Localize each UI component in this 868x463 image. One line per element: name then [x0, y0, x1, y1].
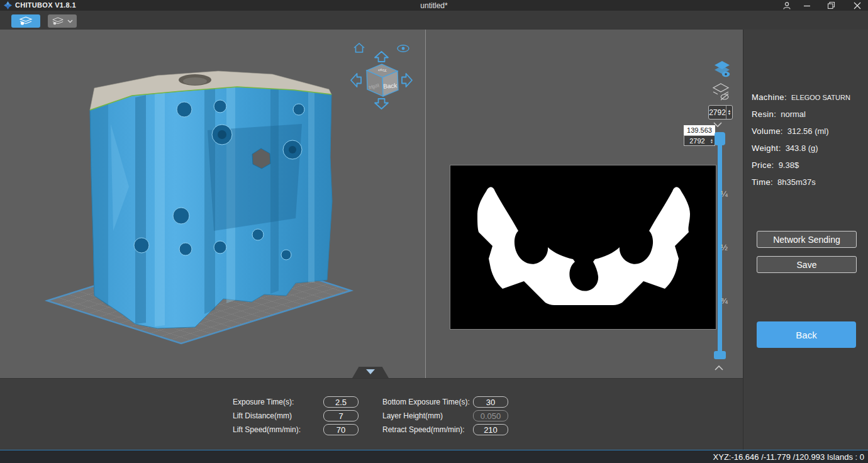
restore-button[interactable] — [823, 1, 839, 10]
slider-three-quarter-mark: ¾ — [721, 296, 735, 306]
lift-distance-label: Lift Distance(mm) — [233, 410, 292, 421]
layers-hidden-icon[interactable] — [711, 82, 730, 101]
home-view-icon[interactable] — [353, 42, 365, 53]
bottom-exposure-time-input[interactable] — [473, 396, 508, 408]
lift-speed-input[interactable] — [323, 424, 359, 435]
slice-preview-viewport[interactable]: 2792 ▲▼ 139.563 2792 ▲▼ ¼ ½ ¾ — [426, 30, 743, 378]
exposure-time-input[interactable] — [323, 396, 359, 408]
layer-height-tooltip: 139.563 — [684, 125, 715, 135]
exposure-time-label: Exposure Time(s): — [233, 396, 294, 408]
machine-value: ELEGOO SATURN — [791, 94, 850, 101]
view-cube-front-label: Back — [383, 82, 398, 90]
slice-view-button[interactable] — [11, 14, 40, 28]
lift-speed-label: Lift Speed(mm/min): — [233, 424, 301, 435]
viewport-3d[interactable]: Top Back Right — [0, 30, 425, 378]
perspective-eye-icon[interactable] — [396, 44, 410, 53]
resin-value: normal — [781, 109, 806, 119]
layer-height-label: Layer Height(mm) — [382, 410, 443, 421]
network-sending-button[interactable]: Network Sending — [757, 231, 857, 248]
view-cube-top-label: Top — [377, 69, 388, 72]
time-label: Time: — [752, 177, 773, 187]
chevron-down-icon — [67, 20, 73, 23]
slice-view-icon — [19, 16, 33, 26]
resin-label: Resin: — [752, 109, 776, 119]
price-value: 9.38$ — [779, 160, 799, 170]
slider-quarter-mark: ¼ — [721, 189, 735, 199]
rotate-left-arrow[interactable] — [350, 72, 362, 89]
user-account-icon[interactable] — [779, 1, 795, 10]
export-slice-button[interactable] — [48, 14, 77, 28]
current-layer-value: 2792 — [684, 137, 710, 145]
status-coordinates: XYZ:-16.646 /-11.779 /120.993 Islands : … — [713, 452, 864, 462]
lift-distance-input[interactable] — [323, 410, 359, 421]
export-slice-icon — [52, 17, 64, 26]
slice-info-panel: Machine: ELEGOO SATURN Resin: normal Vol… — [743, 30, 868, 450]
close-button[interactable] — [849, 1, 865, 10]
price-label: Price: — [752, 160, 774, 170]
back-button[interactable]: Back — [757, 321, 856, 348]
layer-count-spinbox[interactable]: 2792 ▲▼ — [708, 105, 733, 120]
spinbox-arrows-icon[interactable]: ▲▼ — [710, 138, 715, 143]
weight-value: 343.8 (g) — [786, 143, 818, 153]
volume-label: Volume: — [752, 126, 783, 136]
minimize-button[interactable] — [799, 1, 815, 10]
status-bar: XYZ:-16.646 /-11.779 /120.993 Islands : … — [0, 450, 868, 463]
print-settings-panel: Exposure Time(s): Bottom Exposure Time(s… — [0, 378, 743, 450]
document-title: untitled* — [0, 1, 868, 10]
chevron-up-icon[interactable] — [714, 365, 724, 371]
slider-half-mark: ½ — [721, 243, 735, 252]
spinbox-arrows-icon[interactable]: ▲▼ — [726, 106, 732, 119]
layer-slider-lower-handle[interactable] — [714, 351, 726, 359]
weight-label: Weight: — [752, 143, 781, 153]
layer-count-value: 2792 — [709, 108, 726, 117]
current-layer-spinbox[interactable]: 2792 ▲▼ — [684, 135, 715, 146]
volume-value: 312.56 (ml) — [787, 126, 829, 136]
view-cube[interactable]: Top Back Right — [361, 59, 403, 100]
layer-slider-upper-handle[interactable] — [715, 132, 725, 145]
bottom-exposure-time-label: Bottom Exposure Time(s): — [382, 396, 470, 408]
rotate-right-arrow[interactable] — [401, 72, 413, 89]
title-bar: CHITUBOX V1.8.1 untitled* — [0, 0, 868, 11]
save-button[interactable]: Save — [757, 256, 857, 273]
toolbar — [0, 11, 868, 30]
print-info: Machine: ELEGOO SATURN Resin: normal Vol… — [752, 92, 866, 194]
time-value: 8h35m37s — [777, 177, 816, 187]
slice-layer-preview — [450, 165, 716, 330]
app-window: CHITUBOX V1.8.1 untitled* — [0, 0, 868, 463]
retract-speed-label: Retract Speed(mm/min): — [382, 424, 465, 435]
layers-visible-icon[interactable] — [713, 60, 732, 79]
machine-label: Machine: — [752, 92, 787, 102]
retract-speed-input[interactable] — [473, 424, 508, 435]
layer-height-input — [473, 410, 508, 421]
slice-cross-section — [450, 165, 717, 330]
triangle-down-icon — [366, 369, 375, 374]
